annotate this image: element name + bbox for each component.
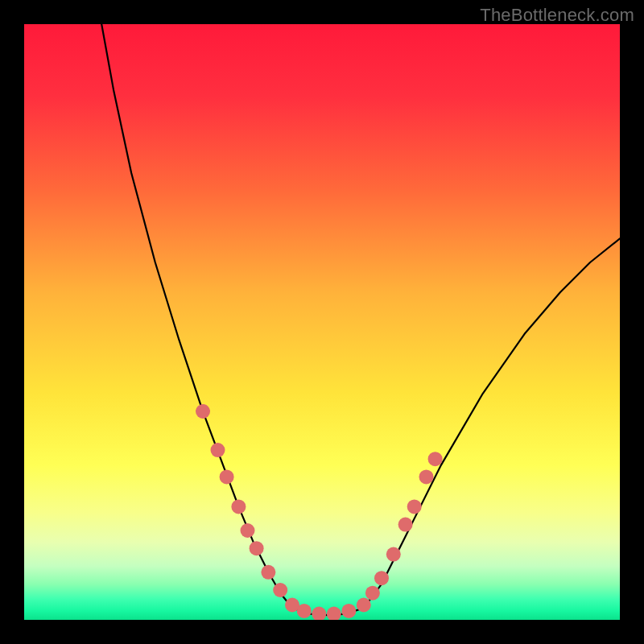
svg-point-15 <box>365 586 380 601</box>
curve-lines <box>101 24 620 615</box>
svg-point-5 <box>241 523 255 538</box>
svg-point-12 <box>327 607 341 620</box>
svg-point-21 <box>428 452 443 466</box>
outer-frame: TheBottleneck.com <box>0 0 644 644</box>
watermark-text: TheBottleneck.com <box>480 5 634 26</box>
svg-point-4 <box>231 499 246 514</box>
svg-point-3 <box>220 469 234 484</box>
svg-point-7 <box>261 565 275 580</box>
svg-point-1 <box>196 404 210 419</box>
svg-point-17 <box>386 547 401 562</box>
svg-point-11 <box>312 607 326 620</box>
svg-point-10 <box>297 604 312 618</box>
svg-point-8 <box>273 583 287 597</box>
curve-layer <box>24 24 620 620</box>
svg-point-16 <box>374 571 389 585</box>
svg-point-2 <box>211 443 225 457</box>
svg-point-18 <box>398 518 413 532</box>
svg-point-13 <box>341 604 356 618</box>
svg-point-6 <box>250 541 264 555</box>
plot-area <box>24 24 620 620</box>
svg-point-20 <box>419 469 434 484</box>
highlight-dots <box>196 404 443 620</box>
svg-point-19 <box>407 499 422 514</box>
svg-point-14 <box>357 598 371 613</box>
